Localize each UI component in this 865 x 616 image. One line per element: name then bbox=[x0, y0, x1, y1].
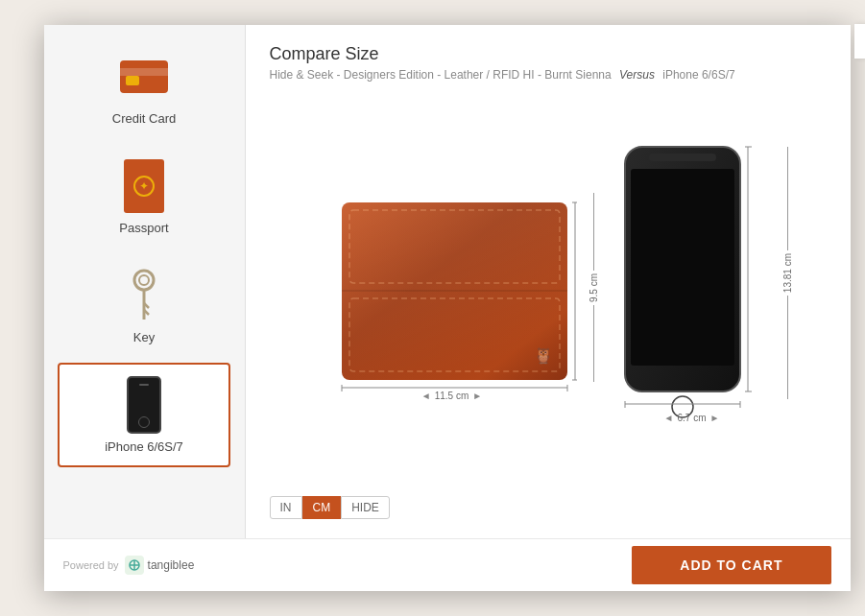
svg-point-1 bbox=[139, 275, 149, 285]
svg-text:🦉: 🦉 bbox=[534, 346, 553, 365]
subtitle-comparison: iPhone 6/6S/7 bbox=[662, 68, 734, 82]
phone-v-line2 bbox=[787, 296, 788, 399]
sidebar-item-iphone[interactable]: iPhone 6/6S/7 bbox=[58, 363, 230, 467]
wallet-v-line bbox=[593, 193, 594, 271]
phone-width-label: 6.7 cm bbox=[677, 413, 706, 423]
modal-title: Compare Size bbox=[270, 44, 827, 64]
key-label: Key bbox=[133, 330, 155, 344]
sidebar-item-passport[interactable]: ✦ Passport bbox=[58, 144, 230, 249]
key-icon bbox=[130, 267, 158, 324]
passport-label: Passport bbox=[119, 221, 168, 235]
credit-card-icon bbox=[120, 60, 168, 93]
svg-rect-18 bbox=[631, 169, 734, 366]
credit-card-label: Credit Card bbox=[112, 111, 176, 126]
wallet-v-line2 bbox=[593, 305, 594, 383]
compare-size-modal: × Credit Card ✦ bbox=[44, 25, 851, 591]
sidebar-item-key[interactable]: Key bbox=[58, 253, 230, 358]
phone-item: 13.81 cm bbox=[615, 142, 769, 423]
phone-drawing bbox=[615, 142, 769, 420]
main-content: Compare Size Hide & Seek - Designers Edi… bbox=[246, 25, 851, 538]
phone-thumb-icon bbox=[127, 376, 161, 434]
tangiblee-icon bbox=[125, 556, 144, 575]
unit-in-button[interactable]: IN bbox=[270, 496, 302, 519]
modal-subtitle: Hide & Seek - Designers Edition - Leathe… bbox=[270, 68, 827, 82]
phone-v-line1 bbox=[787, 147, 788, 250]
wallet-drawing: 🦉 bbox=[327, 193, 577, 394]
sidebar: Credit Card ✦ Passport bbox=[44, 25, 246, 538]
add-to-cart-button[interactable]: ADD TO CART bbox=[632, 546, 830, 584]
svg-point-0 bbox=[134, 271, 154, 290]
key-img bbox=[115, 267, 173, 324]
unit-cm-button[interactable]: CM bbox=[302, 496, 342, 519]
wallet-height-dim: 9.5 cm bbox=[581, 193, 608, 382]
wallet-height-label: 9.5 cm bbox=[589, 271, 599, 305]
modal-footer: Powered by tangiblee ADD TO CART bbox=[44, 538, 851, 591]
phone-height-dim: 13.81 cm bbox=[774, 147, 803, 399]
powered-by-section: Powered by tangiblee bbox=[63, 556, 195, 575]
svg-rect-19 bbox=[649, 154, 716, 161]
passport-icon: ✦ bbox=[124, 159, 164, 213]
subtitle-product: Hide & Seek - Designers Edition - Leathe… bbox=[270, 68, 612, 82]
chip-icon bbox=[126, 76, 139, 85]
credit-card-img bbox=[115, 48, 173, 106]
wallet-item: 9.5 cm bbox=[327, 193, 577, 401]
comparison-area: 9.5 cm bbox=[270, 96, 827, 488]
iphone-thumb-img bbox=[115, 376, 173, 434]
wallet-width-label: 11.5 cm bbox=[435, 391, 469, 401]
unit-hide-button[interactable]: HIDE bbox=[341, 496, 390, 519]
powered-by-text: Powered by bbox=[63, 559, 119, 571]
tangiblee-logo: tangiblee bbox=[125, 556, 195, 575]
phone-height-label: 13.81 cm bbox=[782, 250, 793, 296]
modal-overlay: × Credit Card ✦ bbox=[0, 0, 865, 616]
close-button[interactable]: × bbox=[854, 24, 866, 59]
subtitle-versus: Versus bbox=[619, 68, 655, 82]
passport-img: ✦ bbox=[115, 157, 173, 215]
units-controls: IN CM HIDE bbox=[270, 496, 827, 519]
modal-top: Credit Card ✦ Passport bbox=[44, 25, 851, 538]
tangiblee-text: tangiblee bbox=[148, 558, 195, 572]
sidebar-item-credit-card[interactable]: Credit Card bbox=[58, 35, 230, 139]
passport-emblem-icon: ✦ bbox=[133, 176, 155, 197]
iphone-label: iPhone 6/6S/7 bbox=[105, 439, 183, 454]
